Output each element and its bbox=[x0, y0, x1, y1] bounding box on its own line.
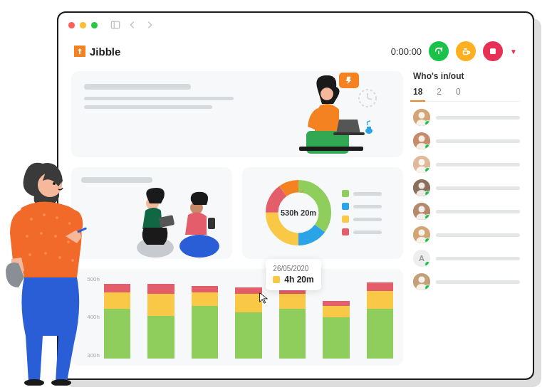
chart-bars bbox=[104, 276, 393, 359]
person-name-placeholder bbox=[436, 186, 520, 190]
donut-legend bbox=[342, 190, 382, 235]
break-button[interactable] bbox=[456, 41, 476, 61]
svg-rect-9 bbox=[299, 147, 363, 151]
logo-mark-icon bbox=[74, 46, 85, 57]
hours-donut-card: 530h 20m bbox=[242, 167, 403, 259]
dashboard-content: 530h 20m 500h400h300h 26/05/2020 4h 20m bbox=[58, 65, 533, 378]
svg-rect-10 bbox=[333, 132, 365, 135]
svg-point-50 bbox=[58, 256, 61, 259]
person-name-placeholder bbox=[436, 257, 520, 260]
legend-swatch-icon bbox=[342, 190, 349, 197]
tooltip-date: 26/05/2020 bbox=[273, 265, 313, 272]
avatar bbox=[413, 132, 430, 149]
chart-bar[interactable] bbox=[323, 276, 349, 359]
svg-point-48 bbox=[28, 253, 31, 256]
chart-bar[interactable] bbox=[235, 276, 261, 359]
desk-illustration bbox=[268, 75, 389, 157]
svg-rect-12 bbox=[367, 127, 371, 131]
person-row[interactable]: A bbox=[413, 250, 520, 267]
avatar bbox=[413, 273, 430, 290]
app-logo[interactable]: Jibble bbox=[74, 46, 120, 58]
clock-in-button[interactable] bbox=[429, 41, 449, 61]
svg-point-53 bbox=[51, 379, 71, 386]
whos-in-out-panel: Who's in/out 1820 A bbox=[413, 71, 520, 366]
legend-label-placeholder bbox=[353, 192, 382, 196]
legend-item bbox=[342, 228, 382, 235]
svg-point-54 bbox=[24, 379, 44, 386]
svg-rect-0 bbox=[111, 21, 119, 28]
chart-bar[interactable] bbox=[367, 276, 393, 359]
person-row[interactable] bbox=[413, 132, 520, 149]
avatar bbox=[413, 203, 430, 220]
skeleton-text bbox=[84, 84, 234, 144]
svg-point-25 bbox=[419, 112, 425, 119]
svg-point-35 bbox=[419, 230, 425, 236]
close-window-button[interactable] bbox=[68, 22, 75, 28]
nav-forward-icon[interactable] bbox=[145, 20, 155, 30]
svg-point-29 bbox=[419, 159, 425, 166]
tooltip-swatch-icon bbox=[273, 276, 280, 283]
status-tab[interactable]: 18 bbox=[413, 87, 422, 97]
donut-center-label: 530h 20m bbox=[264, 178, 333, 248]
tooltip-value: 4h 20m bbox=[284, 275, 313, 285]
legend-label-placeholder bbox=[353, 218, 382, 221]
minimize-window-button[interactable] bbox=[80, 22, 86, 28]
person-row[interactable] bbox=[413, 179, 520, 196]
person-name-placeholder bbox=[436, 280, 520, 284]
person-row[interactable] bbox=[413, 273, 520, 290]
person-row[interactable] bbox=[413, 156, 520, 173]
svg-rect-3 bbox=[490, 48, 496, 54]
svg-point-37 bbox=[419, 277, 425, 283]
side-panel-tabs: 1820 bbox=[413, 87, 520, 102]
person-name-placeholder bbox=[436, 163, 520, 166]
svg-point-49 bbox=[44, 252, 47, 255]
person-name-placeholder bbox=[436, 139, 520, 143]
status-tab[interactable]: 0 bbox=[456, 87, 461, 97]
legend-label-placeholder bbox=[353, 231, 382, 234]
svg-point-44 bbox=[26, 235, 28, 238]
titlebar-nav bbox=[110, 20, 155, 30]
nav-back-icon[interactable] bbox=[127, 20, 137, 30]
avatar: A bbox=[413, 250, 430, 267]
avatar bbox=[413, 226, 430, 243]
status-tab[interactable]: 2 bbox=[437, 87, 442, 97]
maximize-window-button[interactable] bbox=[91, 22, 98, 28]
clock-out-button[interactable] bbox=[483, 41, 503, 61]
window-controls bbox=[68, 22, 98, 28]
svg-point-47 bbox=[67, 240, 70, 243]
welcome-card bbox=[71, 71, 403, 157]
app-name: Jibble bbox=[90, 46, 120, 58]
svg-point-41 bbox=[43, 213, 46, 216]
legend-label-placeholder bbox=[353, 205, 382, 208]
svg-point-33 bbox=[419, 206, 425, 213]
person-name-placeholder bbox=[436, 116, 520, 120]
svg-point-7 bbox=[321, 88, 333, 100]
svg-point-42 bbox=[56, 216, 58, 219]
legend-item bbox=[342, 190, 382, 197]
legend-swatch-icon bbox=[342, 228, 349, 235]
chart-tooltip: 26/05/2020 4h 20m bbox=[266, 259, 321, 290]
person-row[interactable] bbox=[413, 109, 520, 126]
legend-item bbox=[342, 216, 382, 223]
sidebar-toggle-icon[interactable] bbox=[110, 20, 120, 30]
hours-donut-chart: 530h 20m bbox=[264, 178, 333, 248]
avatar bbox=[413, 179, 430, 196]
chart-bar[interactable] bbox=[147, 276, 174, 359]
timer-menu-caret-icon[interactable]: ▼ bbox=[510, 48, 517, 55]
person-row[interactable] bbox=[413, 203, 520, 220]
svg-point-31 bbox=[419, 183, 425, 189]
person-row[interactable] bbox=[413, 226, 520, 243]
svg-point-40 bbox=[30, 218, 33, 221]
person-name-placeholder bbox=[436, 210, 520, 213]
avatar bbox=[413, 156, 430, 173]
person-name-placeholder bbox=[436, 233, 520, 237]
avatar bbox=[413, 109, 430, 126]
header-actions: 0:00:00 ▼ bbox=[391, 41, 517, 61]
chart-bar[interactable] bbox=[192, 276, 218, 359]
svg-line-6 bbox=[368, 98, 372, 100]
svg-point-16 bbox=[179, 235, 219, 258]
svg-point-51 bbox=[71, 259, 74, 262]
people-list: A bbox=[413, 109, 520, 290]
side-panel-title: Who's in/out bbox=[413, 71, 520, 81]
svg-point-27 bbox=[419, 136, 425, 142]
